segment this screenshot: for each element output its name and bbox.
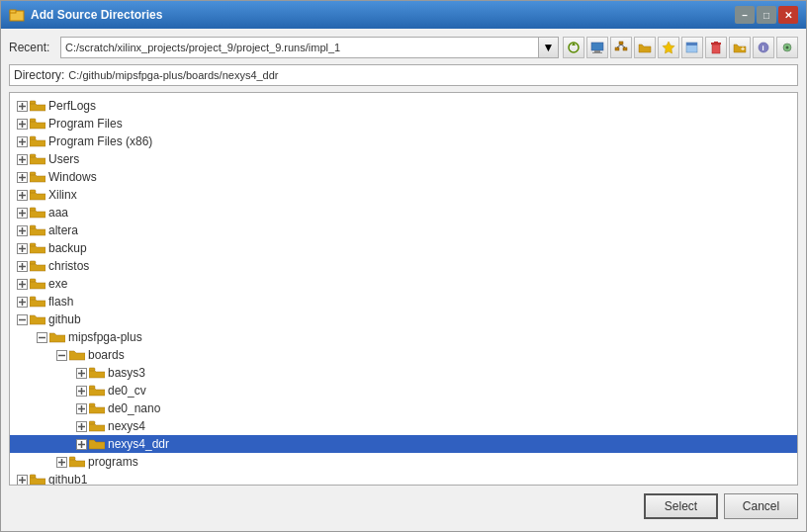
expander-icon[interactable] xyxy=(14,294,30,310)
tree-node-label: github xyxy=(48,312,81,326)
directory-label: Directory: xyxy=(14,68,64,82)
tree-scroll[interactable]: PerfLogsProgram FilesProgram Files (x86)… xyxy=(10,93,797,485)
recent-row: Recent: ▼ xyxy=(9,37,798,58)
tree-node-christos[interactable]: christos xyxy=(10,257,797,275)
recent-dropdown-button[interactable]: ▼ xyxy=(539,37,559,58)
svg-rect-45 xyxy=(30,190,36,193)
tree-node-github[interactable]: github xyxy=(10,310,797,328)
network-icon[interactable] xyxy=(610,37,632,58)
svg-rect-4 xyxy=(594,50,600,52)
expander-icon[interactable] xyxy=(73,436,89,452)
expander-icon[interactable] xyxy=(14,187,30,203)
folder-open-icon[interactable] xyxy=(634,37,656,58)
svg-rect-65 xyxy=(30,279,36,282)
expander-icon[interactable] xyxy=(14,169,30,185)
cancel-button[interactable]: Cancel xyxy=(724,493,798,519)
expander-icon[interactable] xyxy=(53,347,69,363)
folder-icon xyxy=(30,259,45,273)
delete-icon[interactable] xyxy=(705,37,727,58)
tree-node-programFilesX86[interactable]: Program Files (x86) xyxy=(10,133,797,150)
tree-node-nexys4ddr[interactable]: nexys4_ddr xyxy=(10,435,797,453)
folder-icon xyxy=(30,312,45,326)
expander-icon[interactable] xyxy=(34,329,49,345)
tree-node-basys3[interactable]: basys3 xyxy=(10,364,797,382)
folder-icon xyxy=(49,330,65,344)
svg-rect-87 xyxy=(89,403,95,406)
tree-node-programFiles[interactable]: Program Files xyxy=(10,115,797,133)
close-button[interactable]: ✕ xyxy=(778,6,798,24)
expander-icon[interactable] xyxy=(14,205,30,221)
properties-icon[interactable]: i xyxy=(753,37,774,58)
tree-node-label: exe xyxy=(48,277,67,291)
tree-node-exe[interactable]: exe xyxy=(10,275,797,293)
new-folder-icon[interactable]: + xyxy=(729,37,751,58)
tree-node-xilinx[interactable]: Xilinx xyxy=(10,186,797,204)
tree-node-label: PerfLogs xyxy=(48,99,96,113)
folder-icon xyxy=(30,473,45,485)
select-button[interactable]: Select xyxy=(644,493,718,519)
svg-rect-41 xyxy=(30,172,36,175)
minimize-button[interactable]: – xyxy=(735,6,755,24)
folder-icon xyxy=(30,152,45,166)
expander-icon[interactable] xyxy=(14,116,30,132)
refresh-icon[interactable] xyxy=(563,37,584,58)
expander-icon[interactable] xyxy=(14,133,30,149)
expander-icon[interactable] xyxy=(14,151,30,167)
tree-node-de0cv[interactable]: de0_cv xyxy=(10,382,797,399)
tree-node-windows[interactable]: Windows xyxy=(10,168,797,186)
folder-icon xyxy=(69,348,85,362)
svg-rect-91 xyxy=(89,421,95,424)
computer-icon[interactable] xyxy=(586,37,608,58)
settings-icon[interactable] xyxy=(776,37,798,58)
tree-node-flash[interactable]: flash xyxy=(10,293,797,310)
svg-rect-7 xyxy=(615,47,619,50)
expander-icon[interactable] xyxy=(73,365,89,381)
tree-node-label: Users xyxy=(48,152,79,166)
folder-icon xyxy=(30,277,45,291)
tree-node-label: aaa xyxy=(48,206,68,220)
tree-node-aaa[interactable]: aaa xyxy=(10,204,797,222)
expander-icon[interactable] xyxy=(73,400,89,416)
dialog-content: Recent: ▼ xyxy=(1,29,806,531)
tree-node-programs[interactable]: programs xyxy=(10,453,797,471)
expander-icon[interactable] xyxy=(14,240,30,256)
maximize-button[interactable]: □ xyxy=(757,6,776,24)
expander-icon[interactable] xyxy=(73,418,89,434)
window-icon2[interactable] xyxy=(681,37,703,58)
folder-icon xyxy=(30,206,45,220)
svg-rect-29 xyxy=(30,119,36,122)
expander-icon[interactable] xyxy=(14,276,30,292)
title-bar: Add Source Directories – □ ✕ xyxy=(1,1,806,29)
svg-rect-83 xyxy=(89,386,95,389)
expander-icon[interactable] xyxy=(14,98,30,114)
folder-icon xyxy=(30,295,45,309)
tree-node-users[interactable]: Users xyxy=(10,150,797,168)
window-icon xyxy=(9,7,25,23)
tree-node-perfLogs[interactable]: PerfLogs xyxy=(10,97,797,115)
folder-icon xyxy=(30,188,45,202)
tree-node-altera[interactable]: altera xyxy=(10,222,797,239)
expander-icon[interactable] xyxy=(14,258,30,274)
tree-node-mipsfpgaPlus[interactable]: mipsfpga-plus xyxy=(10,328,797,346)
svg-text:+: + xyxy=(741,45,745,52)
tree-node-backup[interactable]: backup xyxy=(10,239,797,257)
favorite-icon[interactable] xyxy=(658,37,679,58)
tree-node-label: de0_nano xyxy=(108,401,160,415)
tree-node-de0nano[interactable]: de0_nano xyxy=(10,399,797,417)
tree-node-boards[interactable]: boards xyxy=(10,346,797,364)
tree-node-github1[interactable]: github1 xyxy=(10,471,797,485)
tree-node-label: de0_cv xyxy=(108,384,146,398)
tree-node-label: flash xyxy=(48,295,73,309)
expander-icon[interactable] xyxy=(14,222,30,238)
toolbar-icons: + i xyxy=(563,37,798,58)
svg-rect-25 xyxy=(30,101,36,104)
tree-node-nexys4[interactable]: nexys4 xyxy=(10,417,797,435)
svg-line-10 xyxy=(621,44,625,47)
expander-icon[interactable] xyxy=(14,472,30,485)
svg-rect-53 xyxy=(30,225,36,228)
expander-icon[interactable] xyxy=(73,383,89,399)
recent-input[interactable] xyxy=(60,37,539,58)
expander-icon[interactable] xyxy=(14,311,30,327)
directory-value: C:/github/mipsfpga-plus/boards/nexys4_dd… xyxy=(68,69,278,81)
expander-icon[interactable] xyxy=(53,454,69,470)
